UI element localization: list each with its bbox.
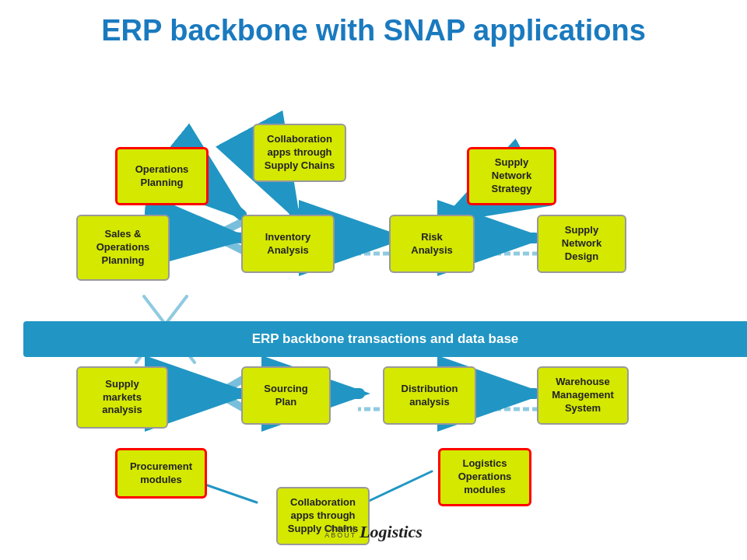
logistics-operations-box: Logistics Operations modules (438, 448, 531, 506)
supply-network-design-box: Supply Network Design (537, 215, 626, 273)
inventory-analysis-box: Inventory Analysis (241, 215, 335, 273)
svg-line-16 (191, 378, 245, 409)
arrows-overlay (0, 55, 747, 545)
operations-planning-box: Operations Planning (115, 147, 209, 205)
risk-analysis-box: Risk Analysis (389, 215, 475, 273)
supply-network-strategy-box: Supply Network Strategy (467, 147, 556, 205)
svg-line-3 (163, 233, 241, 238)
procurement-modules-box: Procurement modules (115, 448, 207, 499)
diagram-container: ERP backbone transactions and data base … (0, 55, 747, 545)
logo-about: ABOUT (324, 532, 356, 539)
distribution-analysis-box: Distribution analysis (383, 366, 476, 425)
supply-markets-analysis-box: Supply markets analysis (76, 366, 168, 429)
logo-container: LEARN ABOUT Logistics (324, 522, 423, 542)
sourcing-plan-box: Sourcing Plan (241, 366, 331, 425)
page-title: ERP backbone with SNAP applications (0, 0, 747, 55)
svg-line-4 (280, 186, 296, 215)
svg-line-15 (191, 378, 245, 409)
svg-line-18 (366, 471, 432, 502)
svg-line-9 (187, 222, 249, 254)
svg-line-10 (179, 222, 241, 254)
warehouse-management-box: Warehouse Management System (537, 366, 629, 425)
logo-text: Logistics (359, 522, 423, 542)
erp-bar: ERP backbone transactions and data base (23, 321, 747, 357)
collaboration-top-box: Collaboration apps through Supply Chains (253, 124, 346, 182)
sales-operations-planning-box: Sales & Operations Planning (76, 215, 170, 281)
